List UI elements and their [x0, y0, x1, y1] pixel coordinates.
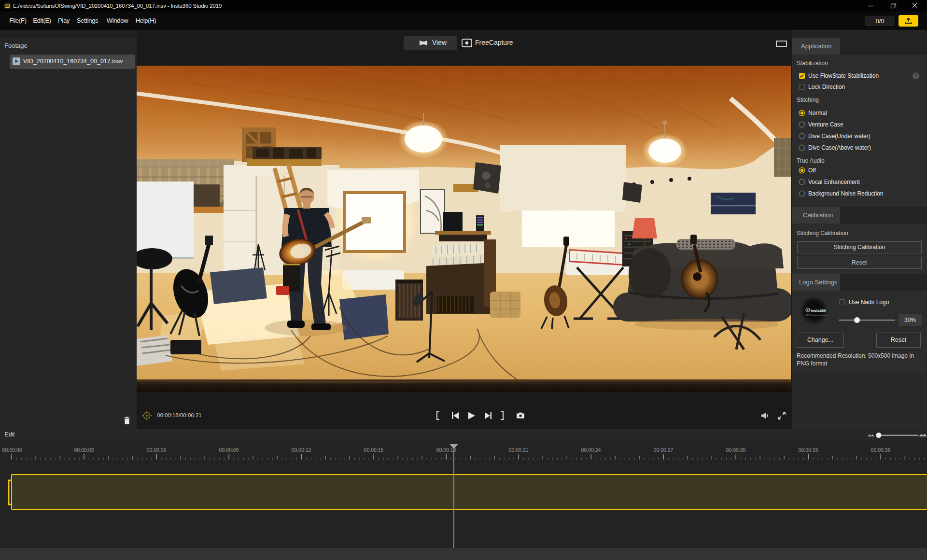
svg-text:Insta360: Insta360 [811, 308, 827, 313]
svg-text:360° Panorama Camera: 360° Panorama Camera [806, 314, 827, 316]
